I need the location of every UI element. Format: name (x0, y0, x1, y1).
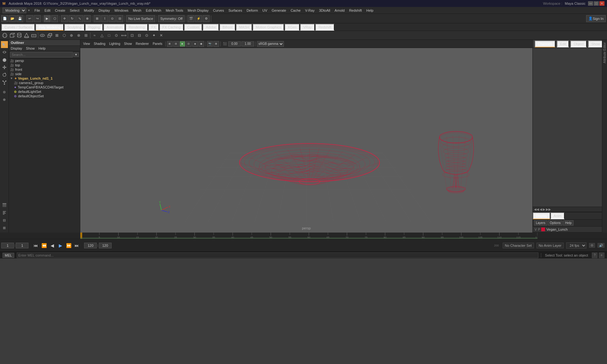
close-button[interactable]: ✕ (599, 1, 604, 6)
menu-item-mesh-tools[interactable]: Mesh Tools (163, 8, 185, 13)
new-file-button[interactable]: 📄 (1, 15, 8, 22)
tab-poly-modeling[interactable]: Poly Modeling (35, 24, 64, 31)
boolean-icon-btn[interactable]: ⊞ (83, 32, 89, 39)
vp-wireframe-button[interactable]: ⊟ (173, 41, 179, 47)
range-start-input[interactable] (16, 243, 28, 248)
combine-icon-btn[interactable]: ⊕ (68, 32, 75, 39)
sign-in-button[interactable]: 👤 Sign In (586, 15, 606, 22)
menu-item-display[interactable]: Display (96, 8, 112, 13)
cylinder-icon-btn[interactable] (16, 32, 23, 39)
tab-fx-caching[interactable]: FX Caching (159, 24, 184, 31)
layer-next-button[interactable]: ▶ (543, 208, 545, 211)
edit-tab[interactable]: Edit (557, 40, 569, 47)
redo-button[interactable]: ↪ (34, 15, 41, 22)
minimize-button[interactable]: — (588, 1, 593, 6)
vp-isolate-button[interactable]: ◉ (199, 41, 204, 47)
vp-smooth-button[interactable]: ■ (180, 41, 185, 47)
playback-options-button[interactable]: ⚙ (589, 243, 595, 248)
tab-curves-surfaces[interactable]: Curves / Surfaces (1, 24, 35, 31)
no-character-set-label[interactable]: No Character Set (503, 243, 534, 248)
vp-renderer-menu[interactable]: Renderer (134, 42, 150, 46)
lasso-tool-button[interactable] (1, 49, 8, 56)
no-live-surface-button[interactable]: No Live Surface (126, 15, 155, 22)
scale-tool-button[interactable] (1, 79, 8, 86)
menu-item-cache[interactable]: Cache (288, 8, 303, 13)
vp-gamma-select[interactable]: sRGB gamma (257, 41, 284, 47)
layer-editor-button[interactable] (1, 202, 8, 209)
tab-motion-graphics[interactable]: Motion Graphics (253, 24, 284, 31)
menu-item-mesh-display[interactable]: Mesh Display (186, 8, 211, 13)
layer-v-toggle[interactable]: V (535, 228, 537, 231)
rotate-button[interactable]: ↻ (69, 15, 76, 22)
outliner-item-top[interactable]: 🎥 top (9, 63, 80, 67)
vp-lighting-menu[interactable]: Lighting (107, 42, 122, 46)
paint-select-button[interactable]: ⬤ (1, 56, 8, 63)
outliner-item-persp[interactable]: 🎥 persp (9, 58, 80, 63)
vp-wire-on-shade-button[interactable]: ⊡ (186, 41, 192, 47)
triangulate-icon-btn[interactable]: △ (98, 32, 105, 39)
layer-prev-button[interactable]: ◀ (540, 208, 542, 211)
object-tab[interactable]: Object (570, 40, 587, 47)
snap-view-button[interactable]: ⊟ (116, 15, 123, 22)
range-end-input[interactable] (84, 243, 97, 248)
vp-near-clip-input[interactable] (228, 41, 241, 46)
display-tab[interactable]: Display (533, 212, 550, 219)
step-back-button[interactable]: ⏪ (40, 242, 47, 249)
tab-rendering[interactable]: Rendering (126, 24, 148, 31)
symmetry-button[interactable]: Symmetry: Off (158, 15, 185, 22)
menu-item-arnold[interactable]: Arnold (332, 8, 347, 13)
menu-item-modify[interactable]: Modify (82, 8, 96, 13)
play-forward-button[interactable]: ▶ (57, 242, 64, 249)
vp-xray-button[interactable]: ◈ (192, 41, 198, 47)
no-anim-layer-label[interactable]: No Anim Layer (536, 243, 564, 248)
ipr-button[interactable]: ⚡ (195, 15, 202, 22)
delete-edge-icon-btn[interactable]: ✕ (158, 32, 165, 39)
vp-far-clip-input[interactable] (242, 41, 254, 46)
open-file-button[interactable]: 📂 (9, 15, 16, 22)
sphere-icon-btn[interactable] (1, 32, 8, 39)
step-forward-button[interactable]: ⏩ (65, 242, 72, 249)
script-editor-btn[interactable]: ≡ (599, 252, 604, 258)
options-button[interactable]: Options (548, 220, 562, 226)
universal-manip-button[interactable]: ⊕ (84, 15, 91, 22)
vp-camera-button[interactable]: 📷 (207, 41, 213, 47)
outliner-item-vegan-lunch[interactable]: ▼ ✦ Vegan_Lunch_nd1_1 (9, 76, 80, 81)
menu-item-file[interactable]: File (32, 8, 42, 13)
tab-xgen[interactable]: XGen (285, 24, 300, 31)
select-button[interactable]: ▶ (44, 15, 51, 22)
attribute-editor-button[interactable] (1, 209, 8, 216)
cube-icon-btn[interactable] (9, 32, 15, 39)
menu-item-generate[interactable]: Generate (269, 8, 288, 13)
maximize-button[interactable]: □ (594, 1, 599, 6)
move-button[interactable]: ✛ (61, 15, 68, 22)
mode-dropdown[interactable]: Modeling (3, 8, 26, 13)
node-editor-button[interactable]: ⊞ (1, 224, 8, 231)
render-button[interactable]: 🎬 (187, 15, 194, 22)
quadrangulate-icon-btn[interactable]: □ (106, 32, 113, 39)
tab-rigging[interactable]: Rigging (85, 24, 103, 31)
tab-bifrost[interactable]: Bifrost (219, 24, 236, 31)
uv-unfold-icon-btn[interactable]: ⊡ (129, 32, 136, 39)
channels-tab[interactable]: Channels (535, 40, 555, 47)
outliner-item-front[interactable]: 🎥 front (9, 67, 80, 72)
tab-fx[interactable]: FX (148, 24, 159, 31)
vp-shading-menu[interactable]: Shading (92, 42, 107, 46)
outliner-item-side[interactable]: 🎥 side (9, 72, 80, 76)
viewport-canvas[interactable]: X Y Z persp (80, 48, 532, 233)
play-back-button[interactable]: ◀ (49, 242, 56, 249)
menu-item-create[interactable]: Create (53, 8, 68, 13)
tab-animation[interactable]: Animation (103, 24, 125, 31)
tab-custom[interactable]: Custom (184, 24, 202, 31)
outliner-search-options[interactable]: ▼ (73, 52, 79, 57)
tab-adobe[interactable]: Adobe (203, 24, 219, 31)
fill-hole-icon-btn[interactable]: ⊙ (113, 32, 120, 39)
menu-item-edit-mesh[interactable]: Edit Mesh (144, 8, 163, 13)
current-frame-input[interactable] (1, 243, 14, 248)
tab-redshift[interactable]: Redshift (315, 24, 334, 31)
layers-button[interactable]: Layers (534, 220, 547, 226)
smooth-icon-btn[interactable]: ≈ (91, 32, 98, 39)
render-settings-button[interactable]: ⚙ (203, 15, 210, 22)
audio-button[interactable]: 🔊 (598, 243, 604, 248)
select-tool-button[interactable] (1, 41, 8, 48)
outliner-item-default-object[interactable]: ⚙ defaultObjectSet (13, 94, 80, 98)
